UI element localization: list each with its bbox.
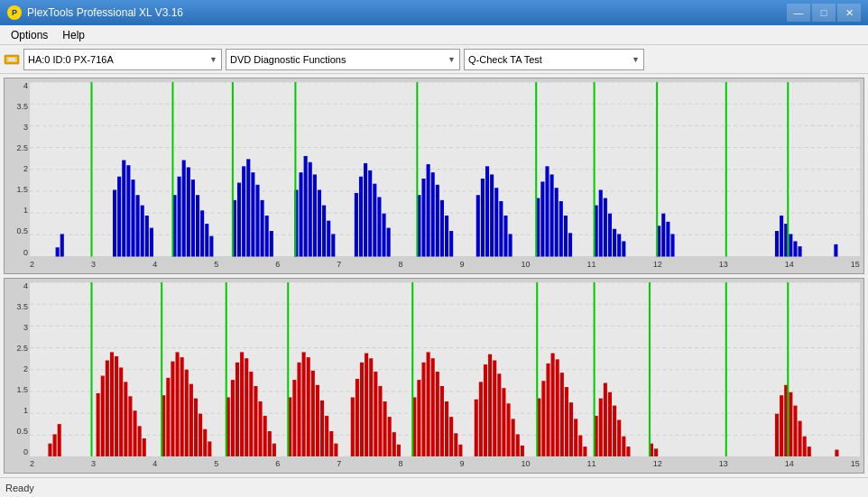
svg-rect-141 — [199, 413, 202, 456]
svg-rect-36 — [251, 172, 254, 256]
bottom-chart-x-axis: 2 3 4 5 6 7 8 9 10 11 12 13 14 15 — [30, 456, 860, 471]
svg-rect-186 — [454, 433, 457, 456]
toolbar: HA:0 ID:0 PX-716A ▼ DVD Diagnostic Funct… — [0, 45, 868, 74]
svg-rect-30 — [205, 224, 208, 256]
minimize-button[interactable]: — — [787, 4, 810, 22]
svg-rect-2 — [8, 58, 15, 61]
svg-rect-148 — [245, 358, 248, 456]
menu-options[interactable]: Options — [4, 27, 55, 43]
drive-arrow-icon: ▼ — [209, 55, 217, 64]
bottom-chart-area — [30, 282, 860, 457]
function-arrow-icon: ▼ — [448, 55, 456, 64]
function-select[interactable]: DVD Diagnostic Functions ▼ — [226, 49, 460, 70]
svg-rect-72 — [503, 216, 507, 257]
svg-rect-130 — [133, 410, 136, 456]
top-chart-y-axis: 4 3.5 3 2.5 2 1.5 1 0.5 0 — [5, 82, 30, 257]
svg-rect-122 — [97, 392, 100, 456]
svg-rect-161 — [316, 384, 319, 456]
svg-rect-92 — [670, 234, 674, 256]
svg-rect-166 — [351, 397, 355, 456]
svg-rect-175 — [392, 432, 396, 456]
svg-rect-178 — [417, 380, 420, 456]
svg-rect-49 — [331, 234, 335, 256]
svg-rect-73 — [509, 234, 512, 256]
svg-rect-44 — [309, 162, 312, 257]
test-label: Q-Check TA Test — [468, 54, 542, 65]
svg-rect-174 — [388, 417, 392, 456]
svg-rect-214 — [613, 405, 616, 456]
svg-rect-180 — [427, 352, 430, 456]
svg-rect-119 — [48, 443, 51, 456]
svg-rect-51 — [359, 177, 363, 257]
function-label: DVD Diagnostic Functions — [230, 54, 346, 65]
svg-rect-227 — [808, 446, 811, 456]
close-button[interactable]: ✕ — [837, 4, 861, 22]
svg-rect-131 — [138, 426, 142, 456]
svg-rect-208 — [578, 435, 582, 456]
svg-rect-216 — [622, 436, 625, 456]
svg-rect-157 — [297, 362, 300, 456]
svg-rect-56 — [382, 214, 385, 257]
drive-select[interactable]: HA:0 ID:0 PX-716A ▼ — [23, 49, 222, 70]
svg-rect-65 — [449, 231, 453, 256]
svg-rect-54 — [373, 184, 376, 257]
svg-rect-27 — [191, 179, 195, 256]
drive-label: HA:0 ID:0 PX-716A — [28, 54, 114, 65]
svg-rect-196 — [512, 419, 515, 456]
svg-rect-136 — [176, 352, 180, 456]
svg-rect-160 — [311, 370, 315, 456]
svg-rect-179 — [421, 362, 425, 456]
svg-rect-215 — [617, 419, 621, 456]
svg-rect-17 — [126, 165, 130, 256]
svg-rect-193 — [497, 373, 501, 456]
svg-rect-156 — [292, 380, 296, 456]
svg-rect-182 — [436, 372, 439, 456]
svg-rect-220 — [775, 413, 779, 456]
svg-rect-15 — [117, 177, 121, 257]
svg-rect-183 — [440, 385, 444, 456]
svg-rect-124 — [106, 360, 109, 456]
titlebar-left: P PlexTools Professional XL V3.16 — [7, 5, 183, 20]
svg-rect-62 — [436, 185, 439, 257]
svg-rect-98 — [799, 246, 802, 256]
svg-rect-67 — [481, 179, 485, 257]
svg-rect-90 — [661, 214, 665, 257]
svg-rect-99 — [834, 244, 837, 257]
svg-rect-194 — [502, 388, 505, 456]
svg-rect-70 — [494, 188, 498, 256]
svg-rect-190 — [484, 364, 487, 456]
svg-rect-143 — [208, 441, 211, 456]
svg-rect-34 — [242, 166, 245, 256]
svg-rect-14 — [113, 190, 116, 257]
svg-rect-165 — [334, 443, 337, 456]
svg-rect-153 — [268, 431, 272, 456]
svg-rect-224 — [793, 405, 797, 456]
svg-rect-83 — [599, 190, 603, 257]
svg-rect-189 — [479, 382, 483, 456]
svg-rect-164 — [329, 431, 333, 456]
svg-rect-18 — [131, 179, 134, 256]
menu-help[interactable]: Help — [55, 27, 92, 43]
svg-rect-33 — [237, 183, 241, 257]
svg-rect-128 — [124, 382, 127, 456]
svg-rect-125 — [110, 352, 114, 456]
statusbar: Ready — [0, 477, 868, 497]
svg-rect-97 — [793, 241, 797, 256]
svg-rect-71 — [499, 201, 503, 256]
svg-rect-151 — [259, 401, 263, 456]
svg-rect-94 — [780, 216, 783, 257]
bottom-chart: 4 3.5 3 2.5 2 1.5 1 0.5 0 — [4, 278, 864, 474]
svg-rect-46 — [318, 190, 321, 257]
maximize-button[interactable]: □ — [812, 4, 836, 22]
svg-rect-87 — [617, 234, 621, 256]
top-chart-x-axis: 2 3 4 5 6 7 8 9 10 11 12 13 14 15 — [30, 257, 860, 272]
svg-rect-129 — [128, 396, 132, 456]
svg-rect-52 — [364, 163, 367, 257]
svg-rect-96 — [789, 234, 792, 256]
bottom-chart-svg — [30, 282, 860, 457]
svg-rect-149 — [249, 372, 253, 456]
test-select[interactable]: Q-Check TA Test ▼ — [464, 49, 644, 70]
svg-rect-176 — [397, 444, 401, 456]
svg-rect-184 — [445, 401, 448, 456]
svg-rect-19 — [136, 195, 140, 256]
